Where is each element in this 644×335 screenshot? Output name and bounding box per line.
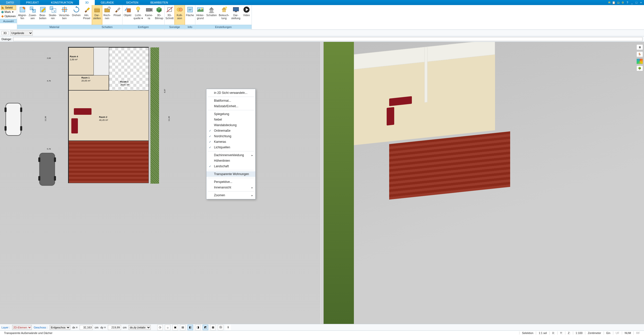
clock-icon[interactable]: ◷ — [157, 325, 163, 330]
ribbon-btn-beleuchtung[interactable]: Beleuch- tung — [218, 5, 230, 25]
context-item-innenansicht[interactable]: Innenansicht — [206, 185, 255, 190]
menu-3d[interactable]: 3D — [79, 0, 95, 5]
shade1-icon[interactable]: ◧ — [188, 325, 193, 330]
ribbon-btn-kollision[interactable]: Kolli- sion — [175, 5, 185, 25]
svg-rect-23 — [210, 10, 213, 12]
context-item-h-henlinien[interactable]: Höhenlinien — [206, 158, 255, 163]
ribbon-btn-label: Rech- nen — [104, 14, 111, 20]
layers-icon[interactable]: ≣ — [636, 44, 643, 50]
context-item-nebel[interactable]: Nebel — [206, 117, 255, 122]
dx-input[interactable] — [80, 325, 93, 330]
context-item-ma-stab-einheit[interactable]: Maßstab/Einheit... — [206, 103, 255, 109]
context-item-landschaft[interactable]: Landschaft — [206, 163, 255, 169]
close-button[interactable]: × — [639, 1, 643, 5]
ribbon-btn-kamera[interactable]: Kame- ra — [144, 5, 154, 25]
ribbon-btn-objekt[interactable]: Objekt — [122, 5, 133, 25]
ribbon-btn-hintergrund[interactable]: Hinter- grund — [195, 5, 205, 25]
view-tag-3d[interactable]: 3D — [2, 31, 9, 35]
menu-sichten[interactable]: SICHTEN — [120, 0, 144, 5]
shade3-icon[interactable]: ◩ — [203, 325, 208, 330]
folder-icon[interactable]: 🗂 — [616, 1, 620, 5]
options-button[interactable]: Optionen — [1, 14, 16, 18]
ribbon-btn-skalieren[interactable]: Skalie- ren — [48, 5, 58, 25]
3d-view-pane[interactable]: ≣ 🪑 🌳 — [324, 42, 644, 324]
ribbon-btn-pinsel[interactable]: Pinsel — [112, 5, 122, 25]
context-item-nordrichtung[interactable]: Nordrichtung — [206, 133, 255, 139]
help-icon[interactable]: ? — [625, 1, 629, 5]
gear-icon[interactable]: ⚙ — [621, 1, 625, 5]
sun-icon[interactable]: ☼ — [165, 325, 170, 330]
context-item-zoomen[interactable]: Zoomen — [206, 192, 255, 198]
ribbon-btn-rechnen[interactable]: Rech- nen — [102, 5, 112, 25]
color-palette-icon[interactable] — [636, 59, 643, 64]
context-item-transparente-wohnungen[interactable]: Transparente Wohnungen — [206, 171, 255, 177]
geschoss-select[interactable]: Erdgeschos — [50, 325, 70, 330]
dim-label: 11,36 — [44, 116, 47, 121]
menu-projekt[interactable]: PROJEKT — [20, 0, 45, 5]
context-item-blattformat[interactable]: Blattformat... — [206, 98, 255, 103]
context-item-perspektive[interactable]: Perspektive... — [206, 179, 255, 185]
menu-konstruktion[interactable]: KONSTRUKTION — [45, 0, 79, 5]
context-item-wandabdeckung[interactable]: Wandabdeckung — [206, 122, 255, 128]
tool-icon[interactable]: 🛠 — [607, 1, 611, 5]
minimize-button[interactable]: _ — [630, 1, 634, 5]
ribbon-btn-bearbeiten[interactable]: Bear- beiten — [38, 5, 48, 25]
context-item-onlinema-e[interactable]: Onlinemaße — [206, 128, 255, 133]
context-item-spiegelung[interactable]: Spiegelung — [206, 111, 255, 117]
context-item-kameras[interactable]: Kameras — [206, 139, 255, 145]
context-item-in-2d-sicht-verwandeln[interactable]: in 2D Sicht verwandeln... — [206, 90, 255, 96]
grid-icon[interactable]: ▦ — [210, 325, 216, 330]
ribbon-btn-label: Abgrei- fen — [18, 14, 27, 20]
dy-input[interactable] — [108, 325, 121, 330]
menu-datei[interactable]: DATEI — [0, 0, 20, 5]
select-button[interactable]: Selekt — [1, 6, 16, 10]
maximize-button[interactable]: □ — [634, 1, 638, 5]
rechnen-icon — [104, 6, 111, 13]
ribbon-btn-flaeche[interactable]: m²Fläche — [185, 5, 195, 25]
ribbon-btn-verschieben[interactable]: Verschie- ben — [58, 5, 71, 25]
context-item-dachinnenverkleidung[interactable]: Dachinnenverkleidung — [206, 152, 255, 158]
schatten-icon — [208, 6, 215, 13]
layer-select[interactable]: 2D-Elemen — [12, 325, 32, 330]
north-icon[interactable]: Ⓝ — [218, 325, 223, 330]
render-icon[interactable]: ▣ — [172, 325, 178, 330]
mark-label: Mark. — [5, 10, 12, 14]
3dbitmap-icon — [156, 6, 163, 13]
ribbon-btn-abgreifen[interactable]: Abgrei- fen — [17, 5, 28, 25]
ribbon-btn-darstellen[interactable]: Dar- stellen — [92, 5, 102, 25]
floor-plan[interactable]: Raum 4 2,89 m² Raum 1 20,05 m² Raum 3 25… — [68, 47, 149, 183]
ribbon-group-info: m²FlächeInfo — [185, 5, 195, 30]
3dschnitt-icon — [166, 6, 173, 13]
room1-label: Raum 1 — [81, 76, 90, 79]
ribbon-group-label: Einfügen — [122, 25, 164, 29]
coord-mode-select[interactable]: dx,dy (relativ ka — [129, 325, 151, 330]
ribbon-btn-video[interactable]: Video — [241, 5, 252, 25]
chair-icon[interactable]: 🪑 — [636, 51, 643, 57]
mark-button[interactable]: Mark.▾ — [1, 10, 16, 14]
context-item-lichtquellen[interactable]: Lichtquellen — [206, 145, 255, 150]
status-hint: Transparente Außenwände und Dächer — [2, 331, 519, 334]
ribbon-btn-schatten[interactable]: Schatten — [205, 5, 218, 25]
ribbon-btn-darstellung[interactable]: Dar- stellung — [230, 5, 241, 25]
tree-icon[interactable]: 🌳 — [636, 66, 643, 71]
terrain-select[interactable]: Urgelände — [10, 31, 33, 36]
pane-splitter[interactable] — [322, 42, 324, 324]
ribbon-btn-3dbitmap[interactable]: 3D- Bitmap — [154, 5, 164, 25]
layers2-icon[interactable]: ▤ — [180, 325, 186, 330]
2d-plan-pane[interactable]: Raum 4 2,89 m² Raum 1 20,05 m² Raum 3 25… — [0, 42, 322, 324]
bearbeiten-icon — [39, 6, 46, 13]
context-menu[interactable]: in 2D Sicht verwandeln...Blattformat...M… — [206, 89, 256, 199]
info-icon[interactable]: ℹ — [225, 325, 231, 330]
menu-bearbeiten[interactable]: BEARBEITEN — [144, 0, 174, 5]
context-separator — [208, 178, 254, 178]
clipboard-icon[interactable]: 📋 — [612, 1, 616, 5]
svg-rect-8 — [95, 9, 100, 12]
ribbon-btn-hinpinsel[interactable]: Hin. Pinsel — [82, 5, 92, 25]
dialog-input[interactable] — [13, 37, 642, 41]
shade2-icon[interactable]: ◨ — [195, 325, 201, 330]
ribbon-btn-lichtquelle[interactable]: Licht- quelle ▾ — [133, 5, 144, 25]
ribbon-btn-zuweisen[interactable]: Zuwei- sen — [28, 5, 38, 25]
ribbon-btn-drehen[interactable]: Drehen — [71, 5, 81, 25]
menu-gelaende[interactable]: GELÄNDE — [95, 0, 120, 5]
ribbon-btn-3dschnitt[interactable]: 3D- Schnitt — [165, 5, 175, 25]
